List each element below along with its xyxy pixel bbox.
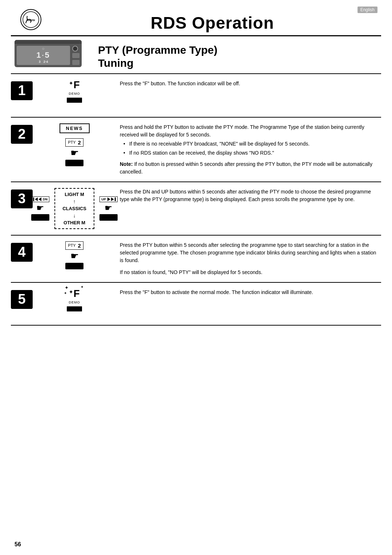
page-header: RiDiSi English RDS Operation <box>0 0 392 32</box>
dn-button-black <box>31 214 49 221</box>
f-star-icon: ✦ <box>69 81 73 86</box>
dn-button-group: DN ☛ <box>31 196 49 221</box>
pty-button2-black <box>65 263 83 269</box>
page-title: RDS Operation <box>47 7 377 32</box>
pty-list-other-m: OTHER M <box>64 220 85 225</box>
step-1-row: 1 ✦ F DEMO Press the "F" button. The fun… <box>11 73 381 117</box>
note-label: Note: <box>120 161 134 167</box>
pty-button2-container: PTY 2 ☛ <box>65 241 83 269</box>
f2-letter: F <box>73 289 79 299</box>
step-1-illustration: ✦ F DEMO <box>36 80 113 103</box>
step-4-illustration: PTY 2 ☛ <box>36 241 113 269</box>
sparkle-tl-icon: ✦ <box>65 285 69 290</box>
dn-triangle2-icon <box>38 197 41 201</box>
step-2-note: Note: If no button is pressed within 5 s… <box>120 160 377 176</box>
header-title-area: English RDS Operation <box>47 7 377 32</box>
sparkle-tr-icon: ✦ <box>81 285 83 289</box>
demo-label: DEMO <box>69 92 80 95</box>
pty-number: 2 <box>78 139 81 146</box>
pty-hand2-icon: ☛ <box>70 250 79 262</box>
pty-news-illustration: NEWS PTY 2 ☛ <box>60 123 90 166</box>
dn-up-illustration: DN ☛ LIGHT M ↑ CLASSICS ↓ OTHER M UP <box>31 188 118 229</box>
step-2-bullet-1: If there is no receivable PTY broadcast,… <box>123 140 377 148</box>
f-symbol2-display: ✦ F <box>69 289 79 299</box>
car-stereo-device: ☺ 1·5 32·4 <box>15 40 82 67</box>
pty-list-classics: CLASSICS <box>62 206 86 211</box>
pty-down-arrow: ↓ <box>73 213 76 219</box>
f-fancy-container: ✦ ✦ ✦ ✦ F <box>69 289 79 299</box>
step-2-bullet-2: If no RDS station can be received, the d… <box>123 149 377 157</box>
step-1-number: 1 <box>11 81 33 100</box>
pty-text-label2: PTY <box>68 243 75 248</box>
step-3-row: 3 DN ☛ LIGHT M ↑ CL <box>11 181 381 235</box>
demo-label2: DEMO <box>69 301 80 304</box>
step-2-row: 2 NEWS PTY 2 ☛ Press and hold the PTY bu… <box>11 117 381 181</box>
f-button-illustration: ✦ F DEMO <box>67 80 82 103</box>
stereo-display-number: 1·5 <box>36 50 50 60</box>
f2-star-icon: ✦ <box>69 290 73 294</box>
pty-hand-icon: ☛ <box>70 147 79 159</box>
section-title-line2: Tuning <box>98 57 217 70</box>
pty-list-box: LIGHT M ↑ CLASSICS ↓ OTHER M <box>54 188 94 229</box>
section-title-line1: PTY (Programme Type) <box>98 44 217 57</box>
section-header-row: ☺ 1·5 32·4 PTY (Programme Type) Tuning <box>0 36 392 73</box>
f-symbol-display: ✦ F <box>69 80 79 90</box>
f-button2-illustration: ✦ ✦ ✦ ✦ F DEMO <box>67 289 82 311</box>
step-4-text: Press the PTY button within 5 seconds af… <box>113 241 377 276</box>
step-5-number: 5 <box>11 290 33 309</box>
step-4-row: 4 PTY 2 ☛ Press the PTY button within 5 … <box>11 235 381 282</box>
language-badge: English <box>358 7 377 13</box>
step-2-main-text: Press and hold the PTY button to activat… <box>120 123 377 139</box>
pty-box-2: PTY 2 <box>65 241 83 250</box>
up-triangle-icon <box>107 197 110 201</box>
step-2-number: 2 <box>11 125 33 144</box>
f-button2-visual <box>67 306 82 311</box>
pty-up-arrow: ↑ <box>73 199 76 204</box>
dn-triangle-icon <box>35 197 38 201</box>
step-4-number: 4 <box>11 243 33 262</box>
content-area: 1 ✦ F DEMO Press the "F" button. The fun… <box>0 73 392 326</box>
pty-button-container: PTY 2 ☛ <box>65 138 83 166</box>
pty-number2: 2 <box>78 242 81 249</box>
up-button-black <box>99 214 118 221</box>
step-2-bullets: If there is no receivable PTY broadcast,… <box>120 140 377 157</box>
pty-button-black <box>65 160 83 166</box>
sparkle-bl-icon: ✦ <box>64 291 67 295</box>
up-label-text: UP <box>101 197 106 201</box>
step-4-main-text: Press the PTY button within 5 seconds af… <box>120 241 377 264</box>
dn-hand-icon: ☛ <box>36 203 44 213</box>
car-stereo-illustration: ☺ 1·5 32·4 <box>15 40 91 67</box>
dn-button-label: DN <box>31 196 49 202</box>
step-4-text2: If no station is found, "NO PTY" will be… <box>120 269 377 276</box>
f-letter: F <box>73 80 79 90</box>
up-hand-icon: ☛ <box>105 203 113 213</box>
step-5-illustration: ✦ ✦ ✦ ✦ F DEMO <box>36 289 113 311</box>
page-number: 56 <box>15 541 21 547</box>
step-5-row: 5 ✦ ✦ ✦ ✦ F DEMO Press the "F" button to… <box>11 282 381 326</box>
stereo-sub-numbers: 32·4 <box>39 60 48 64</box>
stereo-screen: ☺ 1·5 32·4 <box>17 46 70 65</box>
dn-label-text: DN <box>43 197 48 201</box>
step-3-text: Press the DN and UP buttons within 5 sec… <box>113 188 377 203</box>
news-display-box: NEWS <box>60 123 90 133</box>
f-button-visual <box>67 98 82 103</box>
logo: RiDiSi <box>15 7 47 32</box>
pty-text-label: PTY <box>68 140 75 144</box>
pty-button2-illustration: PTY 2 ☛ <box>65 241 83 269</box>
pty-box: PTY 2 <box>65 138 83 147</box>
step-3-number: 3 <box>11 189 33 208</box>
page-footer: 56 <box>15 541 21 548</box>
bar-left-icon <box>33 197 34 201</box>
ridisi-logo-icon: RiDiSi <box>16 9 45 30</box>
step-5-text: Press the "F" button to activate the nor… <box>113 289 377 296</box>
step-1-text: Press the "F" button. The function indic… <box>113 80 377 87</box>
step-2-illustration: NEWS PTY 2 ☛ <box>36 123 113 166</box>
step-2-text: Press and hold the PTY button to activat… <box>113 123 377 176</box>
step-3-illustration: DN ☛ LIGHT M ↑ CLASSICS ↓ OTHER M UP <box>36 188 113 229</box>
svg-text:RiDiSi: RiDiSi <box>26 19 35 22</box>
note-text: If no button is pressed within 5 seconds… <box>120 161 372 175</box>
section-title-block: PTY (Programme Type) Tuning <box>98 40 217 70</box>
pty-list-light-m: LIGHT M <box>65 192 84 197</box>
stereo-right-controls <box>72 46 79 65</box>
